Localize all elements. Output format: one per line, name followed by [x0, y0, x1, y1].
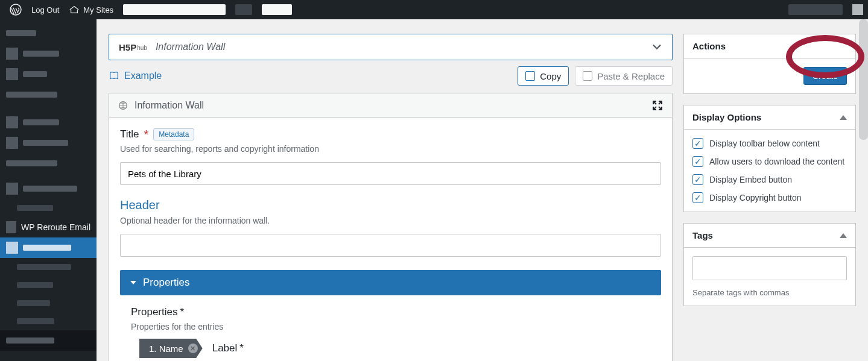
sidebar-item-5[interactable]	[0, 112, 97, 133]
display-options-metabox: Display Options ✓ Display toolbar below …	[683, 105, 856, 212]
checkbox-embed-button[interactable]: ✓	[692, 174, 703, 185]
tags-metabox: Tags Separate tags with commas	[683, 223, 856, 306]
mysites-link[interactable]: My Sites	[64, 0, 118, 19]
toggle-icon[interactable]	[840, 233, 847, 238]
h5p-logo-text: H5P	[119, 42, 136, 52]
admin-bar: Log Out My Sites	[0, 0, 868, 19]
create-button[interactable]: Create	[803, 67, 847, 85]
scrollbar[interactable]	[859, 19, 868, 140]
checkbox-embed-button-label: Display Embed button	[709, 175, 792, 184]
wordpress-icon	[10, 4, 22, 16]
checkbox-copyright-button-label: Display Copyright button	[709, 193, 802, 202]
copy-button[interactable]: Copy	[518, 66, 569, 86]
checkbox-toolbar-below[interactable]: ✓	[692, 138, 703, 149]
hub-content-type: Information Wall	[156, 42, 225, 52]
meta-column: Actions Create Display Options ✓ Display	[683, 34, 856, 361]
wp-logo-menu[interactable]	[5, 0, 27, 19]
example-link-text: Example	[124, 71, 162, 81]
paste-replace-label: Paste & Replace	[597, 71, 665, 81]
checkbox-copyright-button[interactable]: ✓	[692, 192, 703, 203]
ab-placeholder-2[interactable]	[230, 0, 257, 19]
mysites-label: My Sites	[83, 5, 113, 14]
checkbox-allow-download-label: Allow users to download the content	[709, 157, 844, 166]
caret-down-icon	[130, 279, 137, 286]
sidebar-item-4[interactable]	[0, 84, 97, 105]
avatar[interactable]	[852, 4, 863, 15]
properties-sub-label: Properties	[131, 306, 177, 318]
sidebar-item-label: WP Reroute Email	[21, 222, 90, 232]
sidebar-sub-2[interactable]	[0, 276, 97, 294]
required-star-icon: *	[144, 131, 149, 137]
close-icon[interactable]: ✕	[188, 344, 198, 353]
tags-input[interactable]	[692, 256, 847, 280]
editor-column: H5P hub Information Wall Example Copy	[109, 34, 673, 361]
sidebar-sub-4[interactable]	[0, 312, 97, 330]
sidebar-item-7[interactable]	[0, 153, 97, 174]
properties-help: Properties for the entries	[131, 322, 650, 331]
title-input[interactable]	[120, 162, 661, 185]
ab-placeholder-3[interactable]	[257, 0, 297, 19]
tags-help: Separate tags with commas	[692, 288, 847, 297]
sidebar-item-wp-reroute-email[interactable]: WP Reroute Email	[0, 217, 97, 237]
book-icon	[109, 71, 119, 81]
copy-icon	[525, 71, 535, 81]
property-chip-name[interactable]: 1. Name ✕	[139, 339, 203, 358]
ab-user-placeholder[interactable]	[784, 0, 847, 19]
property-chip-label: 1. Name	[149, 344, 183, 354]
copy-button-label: Copy	[540, 71, 561, 81]
actions-metabox: Actions Create	[683, 34, 856, 94]
header-help: Optional header for the information wall…	[120, 216, 661, 225]
title-help: Used for searching, reports and copyrigh…	[120, 144, 661, 154]
logout-link[interactable]: Log Out	[27, 0, 64, 19]
main-content: H5P hub Information Wall Example Copy	[97, 19, 868, 361]
toggle-icon[interactable]	[840, 115, 847, 120]
editor-panel-header: Information Wall	[109, 93, 672, 118]
admin-sidebar: WP Reroute Email	[0, 19, 97, 361]
sidebar-item-2[interactable]	[0, 43, 97, 64]
display-options-title: Display Options	[692, 112, 761, 122]
editor-panel-title: Information Wall	[135, 100, 204, 111]
sidebar-item-3[interactable]	[0, 64, 97, 84]
example-link[interactable]: Example	[109, 71, 162, 81]
h5p-logo-sub: hub	[137, 45, 147, 51]
editor-panel: Information Wall Title * Metadata Used f…	[109, 93, 673, 361]
sidebar-item-6[interactable]	[0, 133, 97, 153]
required-star-icon: *	[239, 342, 244, 354]
header-section-label: Header	[120, 198, 661, 212]
properties-section: Properties * Properties for the entries …	[120, 295, 661, 358]
tags-title: Tags	[692, 230, 713, 240]
chevron-down-icon	[651, 42, 662, 52]
sidebar-item-8b[interactable]	[0, 199, 97, 217]
title-label: Title	[120, 128, 139, 140]
content-type-icon	[118, 100, 128, 111]
ab-placeholder-1[interactable]	[118, 0, 230, 19]
properties-bar-label: Properties	[143, 277, 189, 289]
checkbox-toolbar-below-label: Display toolbar below content	[709, 139, 820, 148]
fullscreen-icon[interactable]	[651, 99, 664, 111]
property-label-field-label: Label	[212, 342, 238, 354]
paste-icon	[583, 71, 592, 81]
header-input[interactable]	[120, 234, 661, 257]
actions-title: Actions	[692, 41, 726, 51]
sidebar-sub-1[interactable]	[0, 258, 97, 276]
metadata-chip[interactable]: Metadata	[153, 128, 194, 140]
sidebar-item-1[interactable]	[0, 23, 97, 43]
sidebar-item-h5p-current[interactable]	[0, 237, 97, 258]
paste-replace-button[interactable]: Paste & Replace	[575, 66, 673, 86]
required-star-icon: *	[180, 306, 184, 318]
sidebar-item-9[interactable]	[0, 330, 97, 351]
sidebar-sub-3[interactable]	[0, 294, 97, 312]
sidebar-item-8[interactable]	[0, 178, 97, 199]
h5p-hub-selector[interactable]: H5P hub Information Wall	[109, 34, 673, 60]
checkbox-allow-download[interactable]: ✓	[692, 156, 703, 167]
multisite-icon	[69, 4, 80, 15]
properties-collapse-bar[interactable]: Properties	[120, 270, 661, 295]
